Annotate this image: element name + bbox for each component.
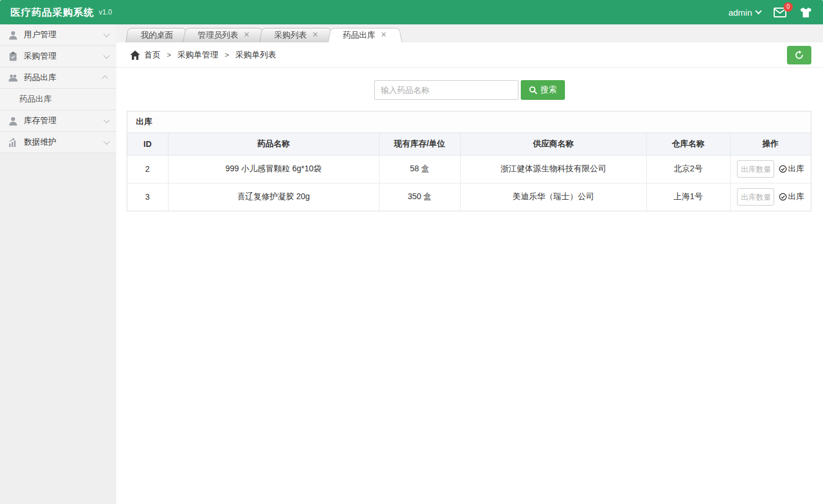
breadcrumb-home[interactable]: 首页 xyxy=(144,50,160,60)
tab-my-desktop[interactable]: 我的桌面 xyxy=(126,27,188,42)
sidebar: 用户管理 采购管理 药品出库 药品出库 库存管理 数据维护 xyxy=(0,24,116,504)
messages-button[interactable]: 0 xyxy=(774,8,786,17)
app-header: 医疗药品采购系统 v1.0 admin 0 xyxy=(0,0,823,24)
column-header-supplier: 供应商名称 xyxy=(460,133,646,155)
cell-drug-name: 喜辽复修护凝胶 20g xyxy=(168,183,379,211)
sidebar-item-inventory-management[interactable]: 库存管理 xyxy=(0,110,116,132)
outbound-quantity-input[interactable] xyxy=(737,188,774,206)
user-icon xyxy=(8,116,18,126)
search-bar: 搜索 xyxy=(116,80,823,100)
breadcrumb-separator: > xyxy=(225,51,230,59)
circle-check-icon xyxy=(779,193,787,201)
tab-admin-list[interactable]: 管理员列表 ✕ xyxy=(183,27,265,42)
chevron-down-icon xyxy=(103,117,110,123)
breadcrumb: 首页 > 采购单管理 > 采购单列表 xyxy=(116,42,823,68)
shirt-icon xyxy=(799,7,813,18)
outbound-action-label: 出库 xyxy=(788,164,804,174)
refresh-button[interactable] xyxy=(787,46,811,64)
tab-label: 管理员列表 xyxy=(198,27,238,42)
close-icon[interactable]: ✕ xyxy=(312,31,319,38)
theme-button[interactable] xyxy=(799,7,813,18)
column-header-actions: 操作 xyxy=(730,133,811,155)
tab-strip: 我的桌面 管理员列表 ✕ 采购列表 ✕ 药品出库 ✕ xyxy=(116,24,823,42)
tab-label: 药品出库 xyxy=(343,27,375,42)
chevron-down-icon xyxy=(103,52,110,59)
outbound-action-link[interactable]: 出库 xyxy=(779,164,804,174)
search-icon xyxy=(529,86,537,94)
chevron-down-icon xyxy=(103,31,110,37)
main-content: 我的桌面 管理员列表 ✕ 采购列表 ✕ 药品出库 ✕ 首页 > 采购单管理 > … xyxy=(116,24,823,504)
search-input[interactable] xyxy=(374,80,518,100)
sidebar-item-data-maintenance[interactable]: 数据维护 xyxy=(0,132,116,153)
search-button-label: 搜索 xyxy=(541,85,557,95)
cell-id: 3 xyxy=(127,183,168,211)
row-actions: 出库 xyxy=(731,160,811,178)
search-button[interactable]: 搜索 xyxy=(521,80,565,100)
sidebar-item-user-management[interactable]: 用户管理 xyxy=(0,24,116,46)
table-row: 3 喜辽复修护凝胶 20g 350 盒 美迪乐华（瑞士）公司 上海1号 出 xyxy=(127,183,811,211)
cell-stock: 350 盒 xyxy=(379,183,460,211)
outbound-panel: 出库 ID 药品名称 现有库存/单位 供应商名称 仓库名称 操作 2 999 小… xyxy=(127,111,811,211)
app-version: v1.0 xyxy=(99,8,112,16)
username: admin xyxy=(728,8,752,17)
chart-icon xyxy=(8,138,18,147)
outbound-quantity-input[interactable] xyxy=(737,160,774,178)
sidebar-item-label: 库存管理 xyxy=(24,116,56,126)
chevron-up-icon xyxy=(102,75,108,82)
column-header-stock: 现有库存/单位 xyxy=(379,133,460,155)
outbound-action-label: 出库 xyxy=(788,192,804,202)
cell-id: 2 xyxy=(127,155,168,183)
app-title: 医疗药品采购系统 xyxy=(10,6,94,19)
column-header-warehouse: 仓库名称 xyxy=(646,133,730,155)
sidebar-item-label: 用户管理 xyxy=(24,30,56,40)
column-header-id: ID xyxy=(127,133,168,155)
tab-label: 我的桌面 xyxy=(141,27,173,42)
tab-label: 采购列表 xyxy=(274,27,307,42)
caret-down-icon xyxy=(755,8,761,14)
user-menu[interactable]: admin xyxy=(728,8,761,17)
breadcrumb-separator: > xyxy=(167,51,171,59)
sidebar-item-label: 药品出库 xyxy=(24,73,56,83)
user-icon xyxy=(8,30,18,40)
sidebar-item-label: 数据维护 xyxy=(24,137,56,147)
sidebar-subitem-drug-outbound[interactable]: 药品出库 xyxy=(0,89,116,110)
panel-title: 出库 xyxy=(127,111,811,133)
table-header-row: ID 药品名称 现有库存/单位 供应商名称 仓库名称 操作 xyxy=(127,133,811,155)
cell-warehouse: 北京2号 xyxy=(646,155,730,183)
cell-warehouse: 上海1号 xyxy=(646,183,730,211)
outbound-action-link[interactable]: 出库 xyxy=(779,192,804,202)
refresh-icon xyxy=(795,51,804,60)
chevron-down-icon xyxy=(103,138,110,145)
breadcrumb-purchase-order-list[interactable]: 采购单列表 xyxy=(235,50,276,60)
circle-check-icon xyxy=(779,165,787,173)
sidebar-item-label: 采购管理 xyxy=(24,51,56,62)
sidebar-item-purchase-management[interactable]: 采购管理 xyxy=(0,46,116,67)
cell-drug-name: 999 小儿感冒颗粒 6g*10袋 xyxy=(168,155,379,183)
cell-supplier: 美迪乐华（瑞士）公司 xyxy=(460,183,646,211)
sidebar-item-drug-outbound[interactable]: 药品出库 xyxy=(0,67,116,89)
group-icon xyxy=(8,73,18,83)
cell-supplier: 浙江健体源生物科技有限公司 xyxy=(460,155,646,183)
home-icon xyxy=(130,51,140,60)
close-icon[interactable]: ✕ xyxy=(244,31,250,38)
clipboard-icon xyxy=(8,52,18,62)
breadcrumb-purchase-order-mgmt[interactable]: 采购单管理 xyxy=(178,50,219,60)
cell-stock: 58 盒 xyxy=(379,155,460,183)
close-icon[interactable]: ✕ xyxy=(381,31,387,38)
column-header-name: 药品名称 xyxy=(168,133,379,155)
tab-drug-outbound[interactable]: 药品出库 ✕ xyxy=(328,27,402,42)
table-row: 2 999 小儿感冒颗粒 6g*10袋 58 盒 浙江健体源生物科技有限公司 北… xyxy=(127,155,811,183)
tab-purchase-list[interactable]: 采购列表 ✕ xyxy=(259,27,334,42)
outbound-table: ID 药品名称 现有库存/单位 供应商名称 仓库名称 操作 2 999 小儿感冒… xyxy=(127,133,811,211)
message-count-badge: 0 xyxy=(783,2,793,12)
row-actions: 出库 xyxy=(731,188,811,206)
sidebar-subitem-label: 药品出库 xyxy=(19,94,52,105)
